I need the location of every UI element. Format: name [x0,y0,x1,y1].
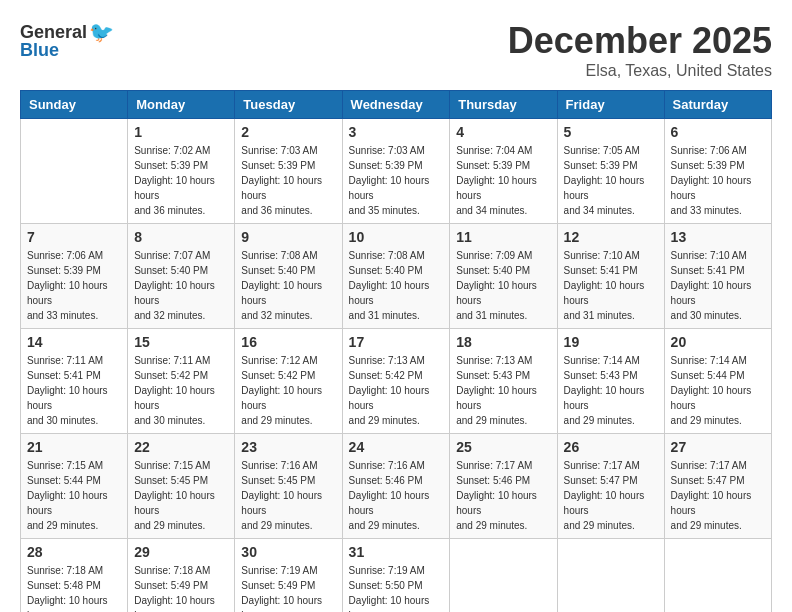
calendar-cell: 26Sunrise: 7:17 AMSunset: 5:47 PMDayligh… [557,434,664,539]
header: General 🐦 Blue December 2025 Elsa, Texas… [20,20,772,80]
day-number: 25 [456,439,550,455]
calendar-cell: 4Sunrise: 7:04 AMSunset: 5:39 PMDaylight… [450,119,557,224]
weekday-header-wednesday: Wednesday [342,91,450,119]
day-number: 11 [456,229,550,245]
calendar-cell: 1Sunrise: 7:02 AMSunset: 5:39 PMDaylight… [128,119,235,224]
weekday-header-thursday: Thursday [450,91,557,119]
weekday-header-sunday: Sunday [21,91,128,119]
day-info: Sunrise: 7:18 AMSunset: 5:49 PMDaylight:… [134,563,228,612]
day-info: Sunrise: 7:10 AMSunset: 5:41 PMDaylight:… [671,248,765,323]
calendar: SundayMondayTuesdayWednesdayThursdayFrid… [20,90,772,612]
day-number: 27 [671,439,765,455]
calendar-cell: 2Sunrise: 7:03 AMSunset: 5:39 PMDaylight… [235,119,342,224]
day-number: 22 [134,439,228,455]
calendar-cell: 12Sunrise: 7:10 AMSunset: 5:41 PMDayligh… [557,224,664,329]
weekday-header-tuesday: Tuesday [235,91,342,119]
week-row-2: 7Sunrise: 7:06 AMSunset: 5:39 PMDaylight… [21,224,772,329]
calendar-cell [557,539,664,613]
week-row-5: 28Sunrise: 7:18 AMSunset: 5:48 PMDayligh… [21,539,772,613]
day-info: Sunrise: 7:18 AMSunset: 5:48 PMDaylight:… [27,563,121,612]
weekday-header-saturday: Saturday [664,91,771,119]
day-number: 6 [671,124,765,140]
week-row-4: 21Sunrise: 7:15 AMSunset: 5:44 PMDayligh… [21,434,772,539]
day-number: 20 [671,334,765,350]
calendar-cell: 3Sunrise: 7:03 AMSunset: 5:39 PMDaylight… [342,119,450,224]
day-number: 16 [241,334,335,350]
day-info: Sunrise: 7:10 AMSunset: 5:41 PMDaylight:… [564,248,658,323]
week-row-1: 1Sunrise: 7:02 AMSunset: 5:39 PMDaylight… [21,119,772,224]
calendar-cell [664,539,771,613]
day-info: Sunrise: 7:15 AMSunset: 5:45 PMDaylight:… [134,458,228,533]
day-info: Sunrise: 7:11 AMSunset: 5:41 PMDaylight:… [27,353,121,428]
day-info: Sunrise: 7:05 AMSunset: 5:39 PMDaylight:… [564,143,658,218]
day-number: 21 [27,439,121,455]
calendar-cell: 31Sunrise: 7:19 AMSunset: 5:50 PMDayligh… [342,539,450,613]
calendar-cell [21,119,128,224]
calendar-cell [450,539,557,613]
calendar-cell: 23Sunrise: 7:16 AMSunset: 5:45 PMDayligh… [235,434,342,539]
day-number: 12 [564,229,658,245]
day-number: 18 [456,334,550,350]
day-info: Sunrise: 7:07 AMSunset: 5:40 PMDaylight:… [134,248,228,323]
day-info: Sunrise: 7:11 AMSunset: 5:42 PMDaylight:… [134,353,228,428]
calendar-cell: 9Sunrise: 7:08 AMSunset: 5:40 PMDaylight… [235,224,342,329]
weekday-header-row: SundayMondayTuesdayWednesdayThursdayFrid… [21,91,772,119]
day-info: Sunrise: 7:17 AMSunset: 5:47 PMDaylight:… [671,458,765,533]
calendar-cell: 29Sunrise: 7:18 AMSunset: 5:49 PMDayligh… [128,539,235,613]
day-info: Sunrise: 7:02 AMSunset: 5:39 PMDaylight:… [134,143,228,218]
day-number: 26 [564,439,658,455]
calendar-cell: 11Sunrise: 7:09 AMSunset: 5:40 PMDayligh… [450,224,557,329]
calendar-cell: 5Sunrise: 7:05 AMSunset: 5:39 PMDaylight… [557,119,664,224]
calendar-cell: 30Sunrise: 7:19 AMSunset: 5:49 PMDayligh… [235,539,342,613]
day-number: 3 [349,124,444,140]
calendar-cell: 27Sunrise: 7:17 AMSunset: 5:47 PMDayligh… [664,434,771,539]
day-number: 29 [134,544,228,560]
day-info: Sunrise: 7:13 AMSunset: 5:42 PMDaylight:… [349,353,444,428]
day-number: 14 [27,334,121,350]
weekday-header-monday: Monday [128,91,235,119]
calendar-cell: 10Sunrise: 7:08 AMSunset: 5:40 PMDayligh… [342,224,450,329]
day-info: Sunrise: 7:17 AMSunset: 5:47 PMDaylight:… [564,458,658,533]
day-info: Sunrise: 7:09 AMSunset: 5:40 PMDaylight:… [456,248,550,323]
month-title: December 2025 [508,20,772,62]
weekday-header-friday: Friday [557,91,664,119]
day-number: 5 [564,124,658,140]
day-number: 30 [241,544,335,560]
calendar-cell: 18Sunrise: 7:13 AMSunset: 5:43 PMDayligh… [450,329,557,434]
day-info: Sunrise: 7:16 AMSunset: 5:46 PMDaylight:… [349,458,444,533]
calendar-cell: 20Sunrise: 7:14 AMSunset: 5:44 PMDayligh… [664,329,771,434]
location-title: Elsa, Texas, United States [508,62,772,80]
calendar-cell: 15Sunrise: 7:11 AMSunset: 5:42 PMDayligh… [128,329,235,434]
title-area: December 2025 Elsa, Texas, United States [508,20,772,80]
day-number: 13 [671,229,765,245]
calendar-cell: 17Sunrise: 7:13 AMSunset: 5:42 PMDayligh… [342,329,450,434]
calendar-cell: 7Sunrise: 7:06 AMSunset: 5:39 PMDaylight… [21,224,128,329]
day-number: 10 [349,229,444,245]
day-number: 8 [134,229,228,245]
calendar-cell: 6Sunrise: 7:06 AMSunset: 5:39 PMDaylight… [664,119,771,224]
logo-bird-icon: 🐦 [89,20,114,44]
day-number: 9 [241,229,335,245]
day-info: Sunrise: 7:15 AMSunset: 5:44 PMDaylight:… [27,458,121,533]
calendar-cell: 24Sunrise: 7:16 AMSunset: 5:46 PMDayligh… [342,434,450,539]
day-info: Sunrise: 7:17 AMSunset: 5:46 PMDaylight:… [456,458,550,533]
day-info: Sunrise: 7:16 AMSunset: 5:45 PMDaylight:… [241,458,335,533]
calendar-cell: 13Sunrise: 7:10 AMSunset: 5:41 PMDayligh… [664,224,771,329]
logo: General 🐦 Blue [20,20,114,61]
day-info: Sunrise: 7:19 AMSunset: 5:49 PMDaylight:… [241,563,335,612]
calendar-cell: 16Sunrise: 7:12 AMSunset: 5:42 PMDayligh… [235,329,342,434]
day-info: Sunrise: 7:06 AMSunset: 5:39 PMDaylight:… [671,143,765,218]
day-info: Sunrise: 7:14 AMSunset: 5:43 PMDaylight:… [564,353,658,428]
day-number: 15 [134,334,228,350]
day-info: Sunrise: 7:13 AMSunset: 5:43 PMDaylight:… [456,353,550,428]
day-number: 19 [564,334,658,350]
day-info: Sunrise: 7:03 AMSunset: 5:39 PMDaylight:… [241,143,335,218]
calendar-cell: 25Sunrise: 7:17 AMSunset: 5:46 PMDayligh… [450,434,557,539]
calendar-cell: 14Sunrise: 7:11 AMSunset: 5:41 PMDayligh… [21,329,128,434]
day-number: 24 [349,439,444,455]
calendar-cell: 21Sunrise: 7:15 AMSunset: 5:44 PMDayligh… [21,434,128,539]
day-info: Sunrise: 7:06 AMSunset: 5:39 PMDaylight:… [27,248,121,323]
day-info: Sunrise: 7:04 AMSunset: 5:39 PMDaylight:… [456,143,550,218]
calendar-cell: 19Sunrise: 7:14 AMSunset: 5:43 PMDayligh… [557,329,664,434]
day-number: 28 [27,544,121,560]
